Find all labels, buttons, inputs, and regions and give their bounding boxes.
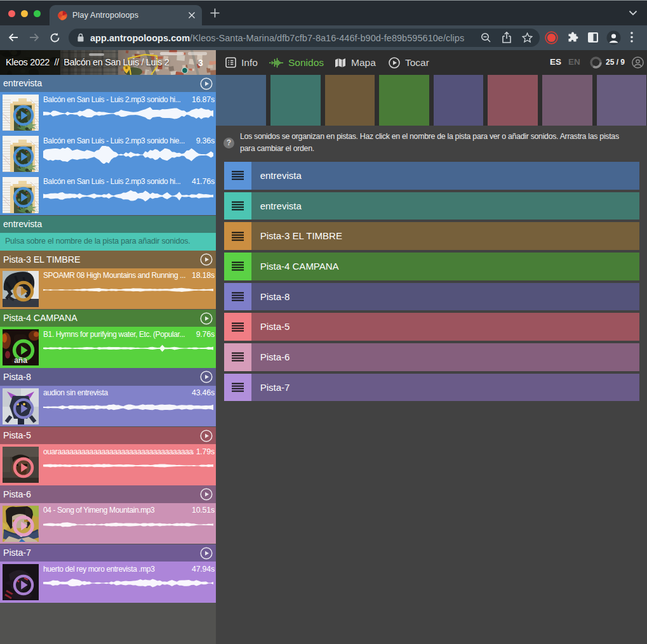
svg-text:3: 3: [198, 58, 203, 68]
